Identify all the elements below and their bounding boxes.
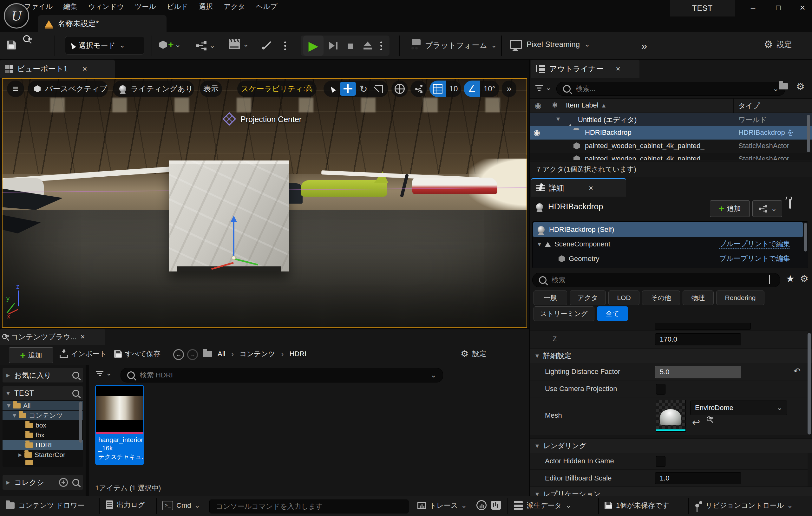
visibility-eye-icon[interactable]: ◉ (533, 129, 540, 136)
expand-icon[interactable]: ▾ (538, 241, 541, 248)
outliner-row-cabinet-2[interactable]: painted_wooden_cabinet_4k_painted_ Stati… (530, 153, 812, 160)
component-row-scenecomponent[interactable]: ▾ SceneComponent ブループリントで編集 (533, 237, 803, 252)
ucp-checkbox[interactable] (656, 384, 665, 395)
details-search-box[interactable] (532, 273, 780, 287)
hidden-checkbox[interactable] (656, 456, 665, 467)
new-folder-button[interactable] (779, 83, 788, 89)
tree-item-startercontent[interactable]: ▸StarterCor (3, 450, 83, 460)
editor-mode-dropdown[interactable]: 選択モード ⌄ (65, 36, 144, 55)
settings-dropdown[interactable]: ⚙ 設定 (764, 39, 792, 50)
menu-window[interactable]: ウィンドウ (88, 2, 124, 11)
mesh-thumbnail[interactable] (656, 400, 686, 432)
outliner-filter-button[interactable]: ⌄ (535, 84, 551, 91)
move-tool-button[interactable] (340, 82, 356, 96)
viewport-options-menu[interactable]: ≡ (7, 81, 24, 97)
asset-tile-hangar-hdri[interactable]: hangar_interior _16k テクスチャキュ... (95, 385, 144, 465)
pixel-streaming-dropdown[interactable]: Pixel Streaming ⌄ (510, 40, 590, 49)
outliner-row-world[interactable]: ▾ Untitled (エディタ) ワールド (530, 113, 812, 126)
content-browser-tab[interactable]: コンテンツブラウ... × (0, 329, 105, 345)
details-settings-icon[interactable]: ⚙ (800, 274, 809, 284)
details-scrollbar[interactable] (808, 333, 811, 434)
projection-center-gizmo[interactable]: Projection Center (225, 112, 326, 131)
world-space-toggle[interactable] (392, 81, 408, 97)
grid-snap-toggle[interactable] (430, 81, 446, 97)
filter-general[interactable]: 一般 (533, 290, 567, 305)
section-rendering[interactable]: ▾ レンダリング (530, 438, 812, 453)
tree-item-hdri[interactable]: HDRI (3, 440, 83, 450)
tree-item-all[interactable]: ▾All (3, 401, 83, 410)
mesh-asset-dropdown[interactable]: EnviroDome ⌄ (690, 401, 787, 415)
asset-search-box[interactable]: ⌄ (120, 368, 443, 382)
tree-item-box[interactable]: box (3, 421, 83, 430)
menu-help[interactable]: ヘルプ (256, 2, 278, 11)
minimize-button[interactable]: – (746, 1, 760, 14)
nav-back-button[interactable]: ← (173, 349, 184, 360)
stop-button[interactable]: ■ (343, 37, 358, 55)
console-command-dropdown[interactable]: >_ Cmd ⌄ (163, 501, 200, 510)
billboard-input[interactable]: 1.0 (655, 472, 741, 484)
outliner-search-box[interactable]: ⌄ (556, 82, 785, 96)
toolbar-expand-button[interactable]: » (636, 38, 652, 53)
sidebar-splitter[interactable] (86, 365, 89, 496)
tree-item-content[interactable]: ▾コンテンツ (3, 411, 83, 420)
asset-filter-button[interactable]: ⌄ (96, 370, 112, 377)
tree-item-partial[interactable] (3, 460, 83, 465)
outliner-search-input[interactable] (575, 84, 768, 93)
close-icon[interactable]: × (83, 65, 87, 73)
revision-control-dropdown[interactable]: リビジョンコントロール ⌄ (695, 501, 793, 510)
display-filter-icon[interactable] (769, 275, 770, 284)
reset-to-default-icon[interactable]: ↶ (793, 367, 801, 375)
rotation-snap-value[interactable]: 10° (480, 84, 499, 93)
clipped-input[interactable] (655, 323, 751, 330)
import-button[interactable]: インポート (60, 349, 107, 359)
viewport-scene[interactable]: Projection Center z y x ≡ パースペクティブ ライティン… (2, 78, 527, 327)
rotate-tool-button[interactable]: ↻ (356, 82, 371, 96)
surface-snapping-dropdown[interactable] (410, 81, 427, 97)
edit-blueprint-link[interactable]: ブループリントで編集 (719, 254, 790, 263)
menu-file[interactable]: ファイル (24, 2, 53, 11)
rotation-snap-control[interactable]: ∠ 10° (464, 81, 499, 97)
add-actor-dropdown[interactable]: + ⌄ (159, 40, 181, 50)
breadcrumb-all[interactable]: All (218, 350, 225, 358)
blueprint-actions-dropdown[interactable]: ⌄ (752, 200, 782, 217)
tree-item-fbx[interactable]: fbx (3, 430, 83, 440)
cinematics-dropdown[interactable]: ⌄ (229, 39, 249, 49)
pinned-column-icon[interactable]: ✱ (552, 102, 558, 109)
show-flags-dropdown[interactable]: 表示 (200, 81, 222, 97)
play-button[interactable]: ▶ (303, 35, 323, 56)
menu-select[interactable]: 選択 (199, 2, 213, 11)
filter-rendering[interactable]: Rendering (716, 290, 764, 305)
edit-blueprint-link[interactable]: ブループリントで編集 (719, 240, 790, 248)
favorites-header[interactable]: ▸ お気に入り (3, 368, 83, 382)
filter-all[interactable]: 全て (597, 306, 628, 321)
add-content-button[interactable]: + 追加 (9, 347, 53, 363)
component-row-geometry[interactable]: Geometry ブループリントで編集 (533, 252, 803, 266)
search-icon[interactable] (72, 390, 79, 397)
snapshot-button[interactable] (491, 501, 501, 510)
breadcrumb-content[interactable]: コンテンツ (239, 349, 275, 359)
collections-header[interactable]: ▸ コレクシ (3, 475, 83, 490)
section-advanced[interactable]: ▾ 詳細設定 (530, 348, 812, 363)
close-icon[interactable]: × (616, 65, 620, 73)
details-search-input[interactable] (551, 276, 774, 285)
camera-speed-expand[interactable]: » (502, 81, 516, 97)
filter-actor[interactable]: アクタ (570, 290, 606, 305)
close-button[interactable]: × (795, 1, 809, 14)
insights-button[interactable] (476, 500, 487, 510)
visibility-column-icon[interactable]: ◉ (535, 102, 542, 109)
search-icon[interactable] (72, 372, 79, 379)
breadcrumb-hdri[interactable]: HDRI (289, 350, 307, 358)
hdribackdrop-row-type-link[interactable]: HDRIBackdrop を (738, 128, 794, 137)
tree-scrollbar[interactable] (79, 402, 82, 443)
components-scrollbar[interactable] (804, 223, 807, 252)
frame-skip-button[interactable] (325, 42, 341, 50)
filter-streaming[interactable]: ストリーミング (533, 306, 594, 321)
grid-snap-value[interactable]: 10 (446, 84, 461, 93)
output-log-button[interactable]: 出力ログ (106, 500, 145, 510)
use-selected-asset-icon[interactable]: ↩ (692, 418, 700, 427)
editor-tools-button[interactable] (262, 40, 272, 50)
console-input-box[interactable] (209, 499, 409, 513)
details-lock-button[interactable] (789, 200, 791, 208)
scalability-warning[interactable]: スケーラビリティ:高 (237, 81, 317, 97)
nav-forward-button[interactable]: → (187, 349, 198, 360)
